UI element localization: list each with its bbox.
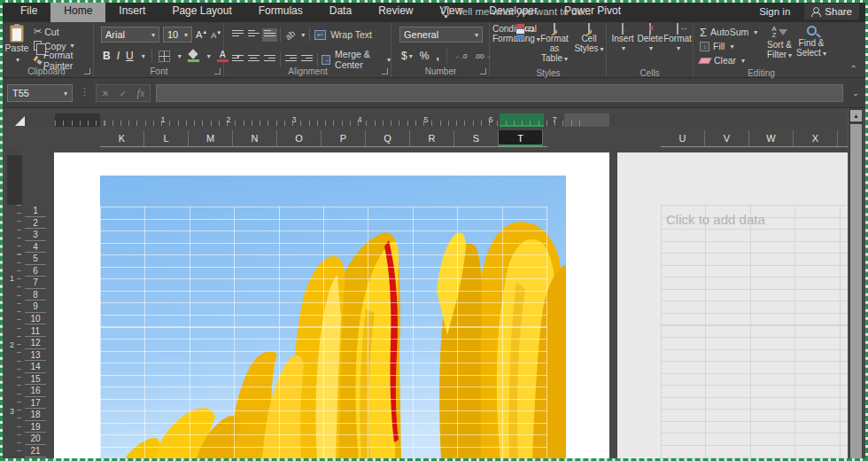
borders-dropdown-icon[interactable]: ▾ (178, 52, 182, 60)
column-header-w[interactable]: W (749, 130, 794, 146)
row-header-15[interactable]: 15 (25, 373, 46, 386)
cell-styles-dropdown-icon[interactable]: ▾ (601, 45, 604, 53)
name-box-splitter[interactable]: ⋮ (80, 86, 89, 98)
tab-formulas[interactable]: Formulas (245, 0, 316, 22)
scroll-up-arrow-icon[interactable]: ▲ (850, 110, 862, 121)
row-header-17[interactable]: 17 (25, 397, 46, 410)
increase-indent-icon[interactable] (301, 55, 313, 65)
tab-home[interactable]: Home (50, 0, 105, 22)
clear-button[interactable]: Clear ▾ (700, 54, 745, 66)
sign-in-link[interactable]: Sign in (759, 6, 790, 17)
confirm-entry-icon[interactable]: ✓ (120, 89, 127, 98)
alignment-dialog-launcher[interactable] (382, 68, 388, 74)
font-name-dropdown-icon[interactable]: ▾ (151, 31, 155, 39)
number-format-dropdown-icon[interactable]: ▾ (475, 31, 478, 39)
clipboard-dialog-launcher[interactable] (84, 68, 90, 74)
currency-dropdown-icon[interactable]: ▾ (409, 52, 413, 60)
sort-filter-button[interactable]: AZ Sort & Filter▾ (763, 26, 795, 60)
row-header-7[interactable]: 7 (25, 277, 46, 289)
font-size-dropdown-icon[interactable]: ▾ (184, 31, 188, 39)
borders-icon[interactable] (159, 51, 170, 62)
format-as-table-button[interactable]: Format as Table▾ (535, 24, 574, 64)
align-right-icon[interactable] (264, 55, 275, 65)
align-center-icon[interactable] (248, 55, 260, 65)
column-header-m[interactable]: M (189, 130, 233, 146)
row-header-4[interactable]: 4 (25, 241, 46, 254)
tab-review[interactable]: Review (365, 0, 426, 22)
column-header-s[interactable]: S (454, 130, 499, 146)
column-header-q[interactable]: Q (366, 130, 410, 146)
column-header-r[interactable]: R (410, 130, 454, 146)
row-header-10[interactable]: 10 (25, 313, 46, 325)
insert-cells-button[interactable]: ← Insert ▾ (608, 24, 637, 53)
underline-button[interactable]: U (126, 50, 134, 62)
cut-button[interactable]: ✂Cut (34, 26, 93, 37)
underline-dropdown-icon[interactable]: ▾ (142, 52, 145, 60)
currency-button[interactable]: $ (401, 50, 407, 62)
increase-decimal-button[interactable]: ←.0 (454, 52, 468, 60)
row-header-20[interactable]: 20 (25, 433, 46, 445)
tab-data[interactable]: Data (316, 0, 365, 22)
worksheet-page-2[interactable]: Click to add data (617, 152, 849, 461)
row-header-5[interactable]: 5 (25, 253, 46, 265)
find-select-dropdown-icon[interactable]: ▾ (823, 50, 826, 58)
format-painter-button[interactable]: Format Painter (34, 54, 93, 66)
conditional-formatting-button[interactable]: ≠ Conditional Formatting▾ (492, 24, 535, 44)
row-header-16[interactable]: 16 (25, 385, 46, 397)
tab-insert[interactable]: Insert (105, 0, 159, 22)
row-header-13[interactable]: 13 (25, 349, 46, 362)
number-dialog-launcher[interactable] (480, 68, 486, 74)
column-header-n[interactable]: N (233, 130, 277, 146)
column-header-u[interactable]: U (661, 130, 705, 146)
click-to-add-data-placeholder[interactable]: Click to add data (666, 212, 765, 227)
insert-dropdown-icon[interactable]: ▾ (610, 43, 637, 53)
row-header-2[interactable]: 2 (25, 217, 46, 230)
tab-page-layout[interactable]: Page Layout (159, 0, 244, 22)
wrap-text-label[interactable]: Wrap Text (330, 29, 372, 40)
align-top-icon[interactable] (232, 30, 244, 40)
row-header-18[interactable]: 18 (25, 409, 46, 421)
fill-color-icon[interactable] (188, 51, 199, 62)
tell-me-box[interactable]: Tell me what you want to do... (441, 4, 592, 19)
font-size-combobox[interactable]: 10▾ (163, 27, 192, 43)
tulips-photo[interactable] (100, 176, 566, 461)
delete-dropdown-icon[interactable]: ▾ (638, 43, 664, 53)
sort-filter-dropdown-icon[interactable]: ▾ (788, 51, 792, 59)
clear-dropdown-icon[interactable]: ▾ (741, 57, 745, 65)
decrease-font-size-button[interactable]: A▼ (211, 30, 221, 40)
row-header-9[interactable]: 9 (25, 301, 46, 313)
orientation-dropdown-icon[interactable]: ▾ (301, 31, 305, 39)
row-header-19[interactable]: 19 (25, 421, 46, 434)
share-button[interactable]: Share (804, 4, 859, 20)
decrease-indent-icon[interactable] (285, 55, 297, 65)
row-header-8[interactable]: 8 (25, 289, 46, 301)
vertical-scrollbar[interactable]: ▲ (848, 108, 863, 461)
paste-dropdown-icon[interactable]: ▾ (16, 56, 19, 64)
decrease-decimal-button[interactable]: .00→ (474, 52, 491, 60)
tab-file[interactable]: File (7, 0, 50, 22)
autosum-dropdown-icon[interactable]: ▾ (754, 28, 757, 36)
cancel-entry-icon[interactable]: ✕ (102, 89, 109, 98)
autosum-button[interactable]: Σ AutoSum ▾ (700, 26, 757, 38)
column-header-v[interactable]: V (705, 130, 749, 146)
format-as-table-dropdown-icon[interactable]: ▾ (564, 55, 568, 63)
percent-button[interactable]: % (420, 50, 430, 62)
formula-input[interactable] (156, 84, 843, 102)
bold-button[interactable]: B (103, 50, 111, 62)
italic-button[interactable]: I (117, 50, 120, 62)
column-header-p[interactable]: P (322, 130, 366, 146)
row-header-11[interactable]: 11 (25, 325, 46, 338)
scrollbar-thumb[interactable] (850, 124, 862, 458)
column-header-l[interactable]: L (144, 130, 189, 146)
column-header-o[interactable]: O (277, 130, 322, 146)
cell-styles-button[interactable]: Cell Styles▾ (573, 24, 605, 54)
align-left-icon[interactable] (232, 55, 244, 65)
expand-formula-bar-icon[interactable]: ⌄ (848, 84, 864, 102)
fill-color-dropdown-icon[interactable]: ▾ (207, 52, 211, 60)
row-header-21[interactable]: 21 (25, 445, 46, 457)
paste-button[interactable]: Paste ▾ (4, 25, 30, 67)
insert-function-icon[interactable]: fx (137, 87, 145, 100)
collapse-ribbon-icon[interactable]: ⌃ (850, 64, 857, 74)
align-middle-icon[interactable] (248, 30, 260, 40)
column-header-k[interactable]: K (100, 130, 144, 146)
